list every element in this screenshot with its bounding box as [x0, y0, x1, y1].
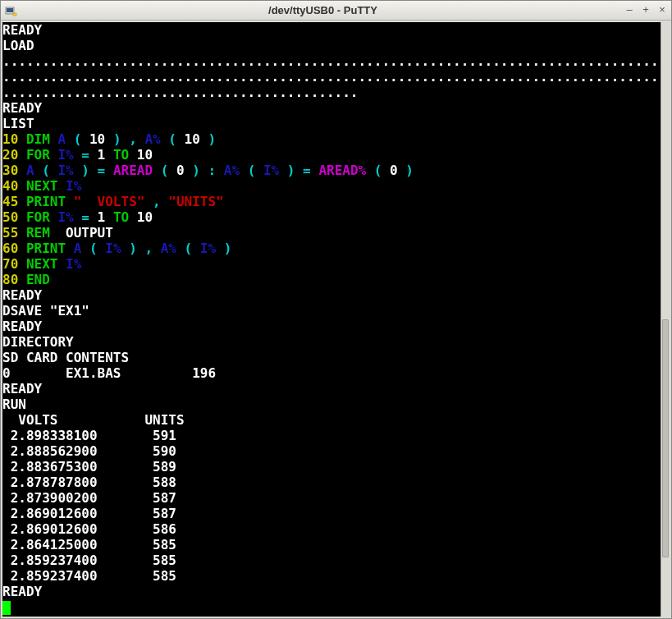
- output-line: ........................................…: [2, 85, 661, 100]
- code-line: 70 NEXT I%: [2, 256, 661, 272]
- output-line: 2.859237400 585: [2, 553, 661, 568]
- window-controls: – + ×: [624, 5, 668, 16]
- svg-rect-1: [7, 8, 13, 12]
- code-line: 50 FOR I% = 1 TO 10: [2, 209, 661, 225]
- window-title: /dev/ttyUSB0 - PuTTY: [22, 4, 624, 16]
- code-line: 40 NEXT I%: [2, 178, 661, 194]
- scrollbar[interactable]: [661, 22, 670, 617]
- cursor-line: [2, 599, 661, 615]
- output-line: RUN: [2, 397, 661, 412]
- output-line: READY: [2, 100, 661, 116]
- output-line: READY: [2, 584, 661, 599]
- output-line: READY: [2, 287, 661, 303]
- output-line: DIRECTORY: [2, 334, 661, 350]
- code-line: 20 FOR I% = 1 TO 10: [2, 147, 661, 163]
- code-line: 60 PRINT A ( I% ) , A% ( I% ): [2, 241, 661, 256]
- output-line: ........................................…: [2, 53, 661, 69]
- output-line: SD CARD CONTENTS: [2, 350, 661, 365]
- output-line: READY: [2, 319, 661, 334]
- putty-window: /dev/ttyUSB0 - PuTTY – + × READYLOAD....…: [0, 0, 672, 619]
- output-line: 2.864125000 585: [2, 537, 661, 553]
- output-line: 2.869012600 587: [2, 506, 661, 521]
- terminal[interactable]: READYLOAD...............................…: [2, 22, 661, 617]
- code-line: 30 A ( I% ) = AREAD ( 0 ) : A% ( I% ) = …: [2, 163, 661, 178]
- output-line: LOAD: [2, 38, 661, 53]
- output-line: 2.888562900 590: [2, 443, 661, 459]
- output-line: 2.883675300 589: [2, 459, 661, 475]
- code-line: 45 PRINT " VOLTS" , "UNITS": [2, 194, 661, 209]
- code-line: 10 DIM A ( 10 ) , A% ( 10 ): [2, 131, 661, 147]
- output-line: 2.869012600 586: [2, 521, 661, 537]
- code-line: 80 END: [2, 272, 661, 287]
- output-line: 2.859237400 585: [2, 568, 661, 584]
- titlebar[interactable]: /dev/ttyUSB0 - PuTTY – + ×: [1, 1, 671, 21]
- output-line: DSAVE "EX1": [2, 303, 661, 319]
- minimize-button[interactable]: –: [624, 5, 635, 16]
- output-line: 2.898338100 591: [2, 428, 661, 443]
- maximize-button[interactable]: +: [640, 5, 651, 16]
- terminal-container: READYLOAD...............................…: [1, 21, 671, 618]
- output-line: VOLTS UNITS: [2, 412, 661, 428]
- output-line: ........................................…: [2, 69, 661, 85]
- svg-rect-2: [13, 13, 16, 16]
- scrollbar-thumb[interactable]: [662, 319, 669, 557]
- cursor-icon: [2, 601, 11, 615]
- close-button[interactable]: ×: [656, 5, 668, 16]
- output-line: READY: [2, 22, 661, 38]
- output-line: 2.878787800 588: [2, 475, 661, 490]
- output-line: 2.873900200 587: [2, 490, 661, 506]
- putty-icon: [4, 4, 17, 17]
- output-line: LIST: [2, 116, 661, 131]
- code-line: 55 REM OUTPUT: [2, 225, 661, 241]
- output-line: 0 EX1.BAS 196: [2, 365, 661, 381]
- output-line: READY: [2, 381, 661, 397]
